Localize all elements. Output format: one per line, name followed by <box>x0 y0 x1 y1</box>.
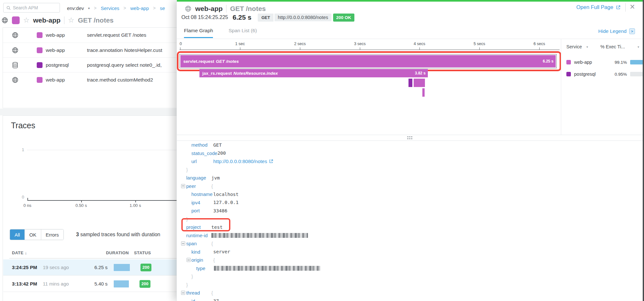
table-row[interactable]: postgresql postgresql.query select note0… <box>3 57 180 72</box>
legend-row[interactable]: web-app 99.1% <box>561 59 643 65</box>
service-color-swatch <box>12 16 20 24</box>
x-axis-tick-label: 6 secs <box>533 42 545 46</box>
legend-row[interactable]: postgresql 0.95% <box>561 71 643 77</box>
search-box[interactable] <box>3 3 60 13</box>
tag-row-group: span{ <box>177 239 643 248</box>
open-full-page-link[interactable]: Open Full Page <box>576 4 621 10</box>
service-color-swatch <box>566 60 571 64</box>
flame-span-root[interactable]: servlet.request GET /notes 6.25 s <box>179 54 557 68</box>
x-axis-tick-label: 1.00 s <box>130 203 141 208</box>
window-edge <box>643 0 644 301</box>
env-filter[interactable]: env:dev <box>67 5 84 11</box>
service-name: web-app <box>46 77 87 83</box>
tag-row-group: thread{ <box>177 289 643 297</box>
tag-row: kindserver <box>177 248 643 256</box>
trace-duration: 6.25 s <box>94 265 111 270</box>
collapse-icon[interactable] <box>187 258 191 262</box>
collapse-icon[interactable] <box>181 291 185 295</box>
chevron-down-icon[interactable]: ▾ <box>638 45 639 49</box>
tag-row: methodGET <box>177 141 643 149</box>
modal-subheader: Oct 08 15:24:25.225 6.25 s GET http://0.… <box>181 13 354 22</box>
breadcrumb-services[interactable]: Services <box>101 5 120 11</box>
drag-handle-icon[interactable] <box>407 136 412 140</box>
collapse-icon[interactable] <box>181 184 185 188</box>
http-url-chip[interactable]: http://0.0.0.0:8080/notes <box>274 14 331 21</box>
flame-span-child[interactable]: jax_rs.request NotesResource.index 3.82 … <box>199 69 428 77</box>
table-row[interactable]: web-app servlet.request GET /notes <box>3 28 180 43</box>
service-color-swatch <box>566 72 571 76</box>
tab-flame-graph[interactable]: Flame Graph <box>184 28 213 38</box>
x-axis-tick-label: 0.50 s <box>75 203 87 208</box>
globe-icon <box>12 47 19 54</box>
url-link[interactable]: http://0.0.0.0:8080/notes <box>213 159 267 164</box>
favorite-star-icon[interactable]: ☆ <box>23 17 30 24</box>
traces-summary: 3 sampled traces found with duration <box>76 232 160 238</box>
traces-heading: Traces <box>11 121 35 130</box>
breadcrumb-resource[interactable]: se <box>160 5 165 11</box>
chevron-down-icon[interactable]: ▾ <box>586 45 588 49</box>
trace-row[interactable]: 3:24:25 PM 19 secs ago 6.25 s 200 <box>3 259 180 276</box>
column-header-date[interactable]: DATE ↓ <box>12 250 27 255</box>
span-duration: 6.25 s <box>543 59 553 63</box>
service-color-swatch <box>37 32 43 38</box>
favorite-star-icon[interactable]: ☆ <box>68 17 74 24</box>
title-divider <box>64 16 64 24</box>
filter-all-button[interactable]: All <box>10 229 24 240</box>
status-filter-group: All OK Errors <box>10 229 64 240</box>
panel-splitter[interactable] <box>177 135 643 141</box>
x-axis-cap <box>27 198 28 200</box>
filter-errors-button[interactable]: Errors <box>41 229 63 240</box>
tag-row-close: } <box>177 272 643 281</box>
trace-age: 19 secs ago <box>43 265 81 270</box>
column-header-status[interactable]: STATUS <box>134 250 151 255</box>
external-link-icon <box>616 5 621 10</box>
trace-row[interactable]: 3:13:42 PM 11 mins ago 5.40 s 200 <box>3 276 180 292</box>
service-name: web-app <box>46 47 87 53</box>
tag-row: status_code200 <box>177 149 643 158</box>
http-method-chip: GET <box>258 14 274 22</box>
table-row[interactable]: web-app trace.annotation NotesHelper.cus… <box>3 43 180 57</box>
tag-row-group: peer{ <box>177 182 643 190</box>
breadcrumb-web-app[interactable]: web-app <box>130 5 149 11</box>
span-duration: 3.82 s <box>415 71 426 75</box>
chevron-down-icon[interactable]: ▾ <box>88 6 90 10</box>
x-axis-tick-label: 2 secs <box>294 42 306 46</box>
flame-span-web-app[interactable] <box>422 88 425 97</box>
tag-row: id37 <box>177 297 643 301</box>
table-row[interactable]: web-app trace.method customMethod2 <box>3 72 180 87</box>
resource-name: servlet.request GET /notes <box>87 32 146 38</box>
column-header-duration[interactable]: DURATION <box>106 250 129 255</box>
legend-col-service[interactable]: Service <box>566 44 582 49</box>
tag-row-group: origin{ <box>177 256 643 264</box>
resource-name: postgresql.query select note0_.id, <box>87 62 162 68</box>
title-service-name: web-app <box>33 16 61 24</box>
x-axis-tick-label: 0 <box>180 42 182 46</box>
breadcrumb: env:dev ▾ > Services > web-app > se <box>67 5 165 12</box>
external-link-icon[interactable] <box>269 159 274 164</box>
redacted-value <box>211 233 308 238</box>
title-divider <box>226 5 226 13</box>
sort-desc-icon: ↓ <box>25 250 27 255</box>
tag-row: runtime-id <box>177 231 643 240</box>
card-gap <box>0 109 180 115</box>
resource-name: trace.annotation NotesHelper.cust <box>87 47 162 53</box>
flame-span-postgresql[interactable] <box>409 79 412 87</box>
database-icon <box>12 62 19 69</box>
close-icon[interactable]: × <box>630 2 635 12</box>
tab-span-list[interactable]: Span List (6) <box>228 28 257 38</box>
trace-age: 11 mins ago <box>43 281 81 286</box>
search-input[interactable] <box>13 5 57 10</box>
collapse-icon[interactable] <box>181 241 185 246</box>
breadcrumb-separator-icon: > <box>153 5 156 11</box>
legend-col-exec-time[interactable]: % Exec Ti... <box>600 44 625 49</box>
resource-name: trace.method customMethod2 <box>87 77 153 83</box>
flame-span-web-app[interactable] <box>414 79 425 87</box>
y-axis-tick: 0 <box>13 195 24 199</box>
filter-ok-button[interactable]: OK <box>24 229 41 240</box>
service-color-swatch <box>37 77 43 83</box>
span-name: servlet.request <box>183 59 214 64</box>
modal-resource-name: GET /notes <box>230 5 266 13</box>
hide-legend-link[interactable]: Hide Legend > <box>598 28 635 34</box>
x-axis-tick <box>135 200 136 202</box>
trace-detail-modal: web-app GET /notes Open Full Page × Oct … <box>177 0 643 301</box>
